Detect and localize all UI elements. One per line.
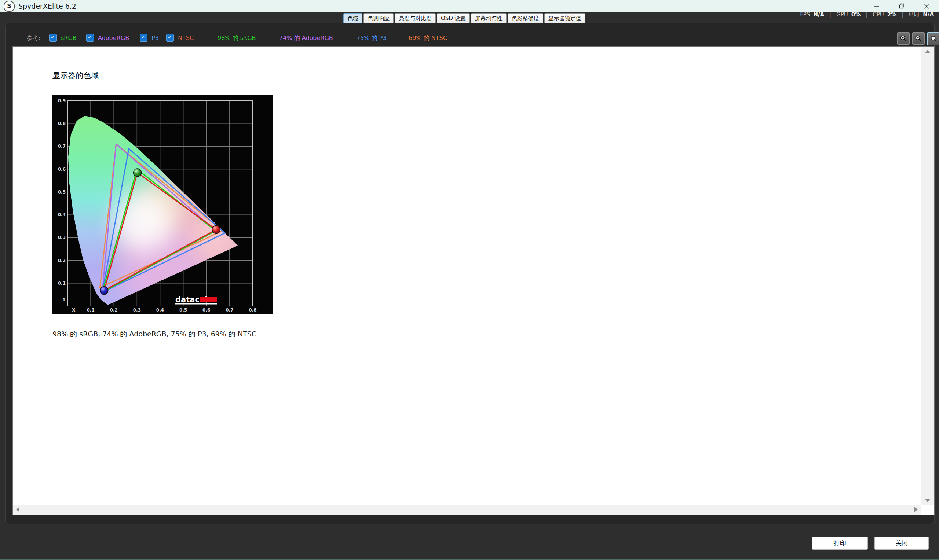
- tab-bar: 色域 色调响应 亮度与对比度 OSD 设置 屏幕均匀性 色彩精确度 显示器额定值: [343, 13, 585, 24]
- svg-text:0.1: 0.1: [86, 308, 94, 312]
- svg-text:0.1: 0.1: [58, 281, 66, 286]
- coverage-caption: 98% 的 sRGB, 74% 的 AdobeRGB, 75% 的 P3, 69…: [52, 329, 256, 339]
- fps-value: N/A: [813, 11, 824, 18]
- minimize-icon: [874, 4, 879, 9]
- report-view: 显示器的色域: [12, 46, 934, 515]
- tab-tone-response[interactable]: 色调响应: [364, 13, 393, 24]
- scroll-left-icon[interactable]: [16, 507, 19, 512]
- svg-text:0.2: 0.2: [110, 308, 118, 312]
- svg-text:Y: Y: [62, 297, 66, 302]
- datacolor-logo: datacolor: [175, 295, 217, 305]
- checkbox-p3-label: P3: [151, 34, 159, 42]
- svg-text:0.9: 0.9: [58, 98, 66, 103]
- svg-text:0.5: 0.5: [179, 308, 187, 312]
- zoom-in-icon: [900, 35, 907, 42]
- svg-text:0.8: 0.8: [249, 308, 256, 312]
- svg-text:0.2: 0.2: [58, 258, 66, 263]
- svg-text:0.3: 0.3: [58, 235, 66, 240]
- coverage-ntsc: 69% 的 NTSC: [409, 34, 447, 42]
- fps-label: FPS: [800, 11, 810, 18]
- svg-text:0.7: 0.7: [225, 308, 233, 312]
- zoom-fit-icon: [930, 35, 937, 43]
- checkbox-p3[interactable]: [140, 34, 148, 42]
- scrollbar-corner: [921, 505, 934, 515]
- svg-text:0.8: 0.8: [58, 121, 66, 126]
- svg-text:0.4: 0.4: [156, 308, 164, 312]
- zoom-toolbar: [897, 32, 939, 45]
- checkbox-ntsc[interactable]: [166, 34, 174, 42]
- reference-label: 参考:: [27, 34, 40, 42]
- zoom-in-button[interactable]: [897, 32, 910, 45]
- tab-gamut[interactable]: 色域: [343, 13, 362, 24]
- scroll-down-icon[interactable]: [925, 499, 930, 502]
- tab-osd-settings[interactable]: OSD 设置: [437, 13, 470, 24]
- app-window: S SpyderXElite 6.2 FPSN/A | GPU0%: [0, 0, 939, 560]
- gpu-value: 0%: [851, 11, 860, 18]
- gamut-chart: 0.10.20.30.40.50.60.70.80.9Y0.10.20.30.4…: [52, 95, 273, 314]
- coverage-adobergb: 74% 的 AdobeRGB: [279, 34, 333, 42]
- stats-separator: |: [902, 11, 904, 18]
- app-logo-icon: S: [4, 1, 15, 12]
- tab-monitor-rating[interactable]: 显示器额定值: [544, 13, 585, 24]
- svg-text:0.4: 0.4: [58, 212, 66, 217]
- scroll-right-icon[interactable]: [914, 507, 918, 512]
- close-button[interactable]: [914, 0, 939, 12]
- zoom-out-icon: [915, 35, 922, 42]
- scroll-up-icon[interactable]: [925, 50, 930, 53]
- close-icon: [924, 4, 929, 9]
- svg-text:0.3: 0.3: [133, 308, 141, 312]
- titlebar: S SpyderXElite 6.2: [0, 0, 939, 12]
- tab-brightness-contrast[interactable]: 亮度与对比度: [395, 13, 436, 24]
- stats-separator: |: [866, 11, 868, 18]
- latency-label: 延时: [908, 11, 920, 18]
- svg-text:0.6: 0.6: [202, 308, 210, 312]
- zoom-fit-button[interactable]: [927, 32, 939, 45]
- checkbox-srgb-label: sRGB: [61, 34, 77, 42]
- checkbox-srgb[interactable]: [49, 34, 57, 42]
- horizontal-scrollbar[interactable]: [13, 505, 921, 515]
- zoom-out-button[interactable]: [912, 32, 925, 45]
- cpu-label: CPU: [873, 11, 884, 18]
- checkbox-adobergb-label: AdobeRGB: [98, 34, 129, 42]
- restore-icon: [899, 3, 905, 9]
- checkbox-adobergb[interactable]: [86, 34, 94, 42]
- page-title: 显示器的色域: [52, 70, 99, 81]
- svg-text:0.7: 0.7: [58, 144, 66, 149]
- svg-text:X: X: [72, 308, 76, 312]
- svg-text:0.6: 0.6: [58, 167, 66, 172]
- latency-value: N/A: [923, 11, 934, 18]
- checkbox-ntsc-label: NTSC: [178, 34, 194, 42]
- restore-button[interactable]: [889, 0, 914, 12]
- svg-text:0.5: 0.5: [58, 189, 66, 195]
- stats-separator: |: [830, 11, 831, 18]
- gpu-label: GPU: [836, 11, 848, 18]
- performance-stats: FPSN/A | GPU0% | CPU2% | 延时N/A: [800, 11, 934, 18]
- close-dialog-button[interactable]: 关闭: [874, 537, 929, 550]
- minimize-button[interactable]: [864, 0, 889, 12]
- tab-color-accuracy[interactable]: 色彩精确度: [508, 13, 543, 24]
- app-title: SpyderXElite 6.2: [19, 2, 76, 10]
- vertical-scrollbar[interactable]: [920, 46, 934, 505]
- coverage-srgb: 98% 的 sRGB: [217, 34, 256, 42]
- report-page: 显示器的色域: [13, 46, 921, 505]
- print-button[interactable]: 打印: [812, 537, 868, 550]
- cpu-value: 2%: [887, 11, 896, 18]
- tab-screen-uniformity[interactable]: 屏幕均匀性: [471, 13, 507, 24]
- coverage-p3: 75% 的 P3: [356, 34, 387, 42]
